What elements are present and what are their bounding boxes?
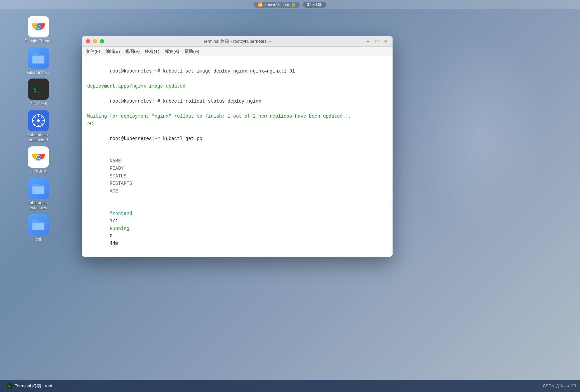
window-ctrl-close[interactable]: ×: [383, 38, 389, 44]
cni-icon: [28, 214, 49, 236]
terminal-menubar: 文件(F) 编辑(E) 视图(V) 终端(T) 标签(A) 帮助(H): [82, 47, 393, 56]
k8s-dashboard-label: kubernetes-dashboard: [28, 133, 49, 143]
terminal-line-4: Waiting for deployment "nginx" rollout t…: [87, 113, 387, 120]
terminal-titlebar: Terminal 终端 - root@kubernetes: ~ − □ ×: [82, 36, 393, 47]
menubar-url: 📶 knows10.com 🔒: [254, 2, 300, 8]
menu-file[interactable]: 文件(F): [86, 48, 100, 54]
window-close-button[interactable]: [86, 39, 90, 43]
sidebar-item-cni[interactable]: cni: [15, 214, 62, 242]
taskbar-terminal-label: Terminal 终端 - root·...: [15, 383, 57, 389]
taskbar-item-terminal[interactable]: $_ Terminal 终端 - root·...: [4, 382, 60, 390]
chrome-label: Google Chrome: [24, 39, 53, 44]
terminal-line-6: root@kubernetes:~# kubectl get po: [87, 128, 387, 150]
lock-icon: 🔒: [291, 2, 296, 7]
svg-point-19: [37, 155, 40, 158]
menu-help[interactable]: 帮助(H): [184, 48, 199, 54]
menubar-time: 01:30:00: [303, 2, 326, 8]
menu-terminal[interactable]: 终端(T): [145, 48, 159, 54]
xfce-terminal-label: Xfce 终端: [30, 101, 47, 107]
file-transfer-label: FileTransfe...: [27, 70, 50, 76]
menu-view[interactable]: 视图(V): [125, 48, 140, 54]
k8s-examples-label: kubernetes-examples: [28, 201, 49, 211]
sidebar-item-google-chrome[interactable]: Google Chrome: [15, 16, 62, 44]
sidebar-item-file-transfer[interactable]: FileTransfe...: [15, 47, 62, 76]
terminal-line-2: deployment.apps/nginx image updated: [87, 83, 387, 90]
file-transfer-icon: [28, 47, 49, 69]
window-maximize-button[interactable]: [100, 39, 104, 43]
taskbar-right-text: CSDN @Knows10: [543, 384, 576, 388]
taskbar-terminal-icon: $_: [7, 383, 13, 389]
terminal-window: Terminal 终端 - root@kubernetes: ~ − □ × 文…: [82, 36, 393, 257]
k8s-dashboard-icon: [28, 110, 49, 131]
menubar: 📶 knows10.com 🔒 01:30:00: [0, 0, 580, 9]
env-icon: [28, 146, 49, 168]
svg-point-4: [37, 25, 40, 28]
cni-label: cni: [36, 237, 41, 242]
terminal-line-1: root@kubernetes:~# kubectl set image dep…: [87, 60, 387, 83]
sidebar-item-kubernetes-examples[interactable]: kubernetes-examples: [15, 178, 62, 211]
terminal-row-nginx-1: nginx-578b7694b4-g7hbl 1/1 Running 0 5m2…: [87, 255, 387, 257]
env-description-label: 环境说明: [30, 169, 46, 174]
terminal-icon: $_: [28, 79, 49, 100]
terminal-title: Terminal 终端 - root@kubernetes: ~: [203, 38, 271, 44]
chrome-icon: [28, 16, 49, 37]
sidebar-item-kubernetes-dashboard[interactable]: kubernetes-dashboard: [15, 110, 62, 143]
sidebar-item-xfce-terminal[interactable]: $_ Xfce 终端: [15, 79, 62, 107]
svg-point-7: [37, 119, 40, 122]
sidebar: Google Chrome FileTransfe... $_ Xfce 终端: [0, 9, 77, 380]
svg-text:$_: $_: [33, 86, 40, 93]
sidebar-item-env-description[interactable]: 环境说明: [15, 146, 62, 174]
signal-icon: 📶: [258, 2, 263, 7]
window-ctrl-restore[interactable]: □: [374, 38, 380, 44]
terminal-line-5: ^C: [87, 120, 387, 127]
desktop: 📶 knows10.com 🔒 01:30:00: [0, 0, 580, 392]
k8s-examples-icon: [28, 178, 49, 199]
terminal-table-header: NAME READY STATUS RESTARTS AGE: [87, 150, 387, 203]
terminal-row-frontend: frontend 1/1 Running 0 44m: [87, 202, 387, 255]
url-text: knows10.com: [265, 2, 289, 7]
window-minimize-button[interactable]: [93, 39, 97, 43]
window-ctrl-minimize[interactable]: −: [365, 38, 371, 44]
menu-tabs[interactable]: 标签(A): [165, 48, 179, 54]
menu-edit[interactable]: 编辑(E): [106, 48, 120, 54]
terminal-content[interactable]: root@kubernetes:~# kubectl set image dep…: [82, 56, 393, 257]
taskbar: $_ Terminal 终端 - root·... CSDN @Knows10: [0, 380, 580, 392]
terminal-line-3: root@kubernetes:~# kubectl rollout statu…: [87, 90, 387, 113]
